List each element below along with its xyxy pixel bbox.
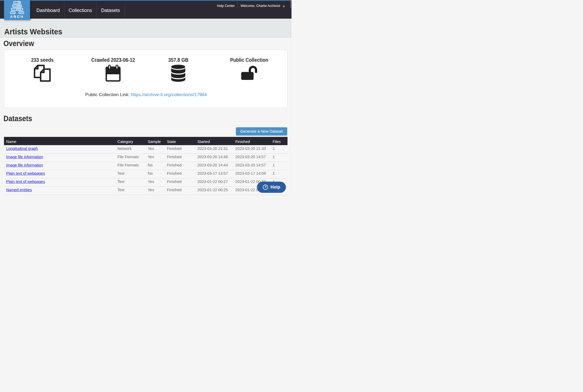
svg-text:?: ? bbox=[264, 185, 266, 189]
svg-text:ARCH: ARCH bbox=[10, 15, 24, 19]
